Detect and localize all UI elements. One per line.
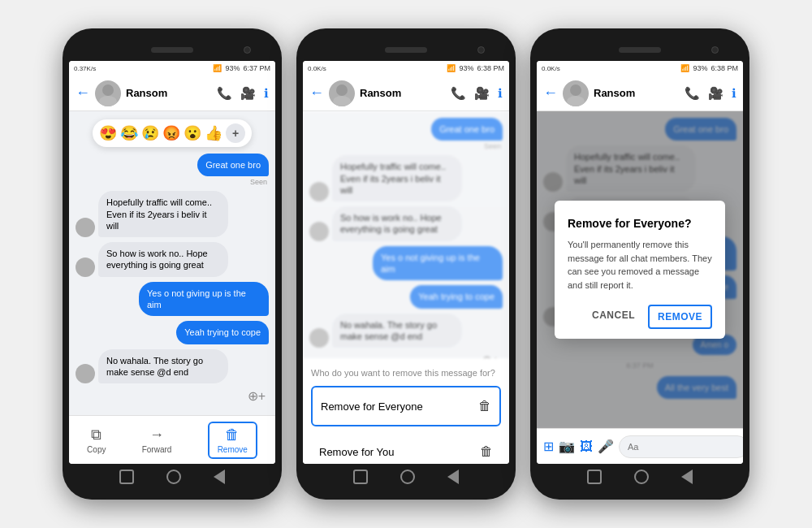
speed-2: 0.0K/s bbox=[308, 65, 326, 72]
phone-bottom-bar-1 bbox=[69, 464, 275, 490]
phone-screen-2: 0.0K/s 📶 93% 6:38 PM ← Ransom 📞 🎥 ℹ Grea… bbox=[303, 61, 509, 464]
emoji-laugh[interactable]: 😂 bbox=[120, 124, 138, 142]
trash-icon-action: 🗑 bbox=[225, 426, 240, 444]
contact-name-2: Ransom bbox=[360, 87, 446, 99]
dialog-title: Remove for Everyone? bbox=[568, 217, 712, 230]
thumb-avatar-2 bbox=[76, 258, 95, 277]
messenger-header-3: ← Ransom 📞 🎥 ℹ bbox=[537, 76, 743, 111]
svg-point-1 bbox=[99, 96, 117, 106]
mic-icon-input[interactable]: 🎤 bbox=[598, 439, 614, 454]
speaker-3 bbox=[619, 47, 661, 53]
phone-screen-1: 0.37K/s 📶 93% 6:37 PM ← Ransom 📞 🎥 ℹ 😍 😂 bbox=[69, 61, 275, 464]
nav-circle-1[interactable] bbox=[166, 470, 181, 484]
dialog-box: Remove for Everyone? You'll permanently … bbox=[555, 201, 725, 339]
svg-point-0 bbox=[102, 84, 114, 96]
dialog-cancel-button[interactable]: CANCEL bbox=[585, 305, 641, 329]
grid-icon[interactable]: ⊞ bbox=[543, 439, 554, 454]
info-icon-2[interactable]: ℹ bbox=[498, 86, 503, 101]
emoji-love[interactable]: 😍 bbox=[99, 124, 117, 142]
message-input[interactable] bbox=[619, 435, 743, 458]
nav-triangle-3[interactable] bbox=[681, 470, 693, 484]
input-bar-3: ⊞ 📷 🖼 🎤 😊 👍 bbox=[537, 428, 743, 464]
video-icon-3[interactable]: 🎥 bbox=[708, 86, 723, 101]
avatar-2 bbox=[329, 80, 355, 106]
nav-triangle-1[interactable] bbox=[214, 470, 225, 484]
back-arrow-1[interactable]: ← bbox=[76, 84, 90, 102]
thumb-avatar-3 bbox=[76, 364, 95, 383]
remove-label: Remove bbox=[218, 445, 248, 454]
speaker-2 bbox=[385, 47, 427, 53]
nav-square-2[interactable] bbox=[353, 470, 368, 484]
back-arrow-2[interactable]: ← bbox=[309, 84, 324, 102]
status-bar-2: 0.0K/s 📶 93% 6:38 PM bbox=[303, 61, 509, 76]
svg-point-5 bbox=[567, 96, 585, 106]
phone-3: 0.0K/s 📶 93% 6:38 PM ← Ransom 📞 🎥 ℹ Grea… bbox=[530, 28, 749, 500]
svg-point-4 bbox=[570, 84, 581, 96]
forward-action[interactable]: → Forward bbox=[142, 426, 172, 454]
plus-btn-1[interactable]: ⊕+ bbox=[76, 388, 269, 404]
info-icon-3[interactable]: ℹ bbox=[732, 86, 736, 101]
nav-square-3[interactable] bbox=[587, 470, 602, 484]
dialog-body: You'll permanently remove this message f… bbox=[568, 238, 712, 292]
header-icons-2: 📞 🎥 ℹ bbox=[451, 86, 503, 101]
forward-icon: → bbox=[149, 426, 164, 444]
phone-icon-3[interactable]: 📞 bbox=[685, 86, 700, 101]
contact-name-1: Ransom bbox=[126, 87, 212, 99]
back-arrow-3[interactable]: ← bbox=[543, 84, 558, 102]
reaction-row-1: 😍 😂 😢 😡 😮 👍 + bbox=[93, 119, 252, 147]
bubble-6: No wahala. The story go make sense @d en… bbox=[98, 349, 228, 384]
remove-you-option[interactable]: Remove for You 🗑 bbox=[311, 433, 501, 464]
remove-question: Who do you want to remove this message f… bbox=[311, 368, 501, 378]
bubble-5: Yeah trying to cope bbox=[176, 321, 269, 344]
speaker-1 bbox=[151, 47, 193, 53]
msg-row-4: Yes o not giving up is the aim bbox=[76, 282, 269, 317]
chat-area-1: 😍 😂 😢 😡 😮 👍 + Great one bro Seen Hopeful… bbox=[69, 111, 275, 415]
phone-top-bar-1 bbox=[69, 38, 275, 61]
nav-circle-2[interactable] bbox=[400, 470, 415, 484]
status-bar-1: 0.37K/s 📶 93% 6:37 PM bbox=[69, 61, 275, 76]
phone-icon-1[interactable]: 📞 bbox=[217, 86, 232, 101]
video-icon-2[interactable]: 🎥 bbox=[474, 86, 490, 101]
nav-triangle-2[interactable] bbox=[447, 470, 459, 484]
signal-1: 📶 bbox=[213, 64, 222, 72]
reaction-plus[interactable]: + bbox=[226, 123, 245, 143]
avatar-3 bbox=[563, 80, 589, 106]
copy-action[interactable]: ⧉ Copy bbox=[87, 426, 106, 454]
phone-top-bar-2 bbox=[303, 38, 509, 61]
phone-top-bar-3 bbox=[537, 38, 743, 61]
camera-2 bbox=[477, 46, 485, 54]
nav-square-1[interactable] bbox=[119, 470, 134, 484]
remove-everyone-option[interactable]: Remove for Everyone 🗑 bbox=[311, 386, 501, 426]
messenger-header-1: ← Ransom 📞 🎥 ℹ bbox=[69, 76, 275, 111]
dialog-actions: CANCEL REMOVE bbox=[568, 305, 712, 329]
contact-name-3: Ransom bbox=[594, 87, 680, 99]
emoji-sad[interactable]: 😢 bbox=[141, 124, 159, 142]
dialog-remove-button[interactable]: REMOVE bbox=[648, 305, 712, 329]
msg-row-5: Yeah trying to cope bbox=[76, 321, 269, 344]
seen-1: Seen bbox=[76, 178, 267, 186]
emoji-angry[interactable]: 😡 bbox=[162, 124, 180, 142]
camera-1 bbox=[244, 46, 251, 54]
bubble-1: Great one bro bbox=[197, 154, 269, 176]
remove-everyone-label: Remove for Everyone bbox=[321, 400, 423, 413]
info-icon-1[interactable]: ℹ bbox=[264, 86, 269, 101]
video-icon-1[interactable]: 🎥 bbox=[240, 86, 256, 101]
chat-area-container-3: Great one bro Hopefully traffic will com… bbox=[537, 111, 743, 428]
camera-icon-input[interactable]: 📷 bbox=[559, 439, 575, 454]
speed-1: 0.37K/s bbox=[74, 65, 96, 72]
seen-2: Seen bbox=[309, 142, 501, 150]
avatar-1 bbox=[95, 80, 121, 106]
phone-bottom-bar-3 bbox=[537, 464, 743, 490]
image-icon-input[interactable]: 🖼 bbox=[580, 439, 593, 454]
header-icons-3: 📞 🎥 ℹ bbox=[685, 86, 736, 101]
nav-circle-3[interactable] bbox=[634, 470, 649, 484]
forward-label: Forward bbox=[142, 445, 172, 454]
emoji-like[interactable]: 👍 bbox=[205, 124, 222, 142]
svg-point-2 bbox=[336, 84, 348, 96]
time-3: 6:38 PM bbox=[710, 64, 738, 72]
phone-icon-2[interactable]: 📞 bbox=[451, 86, 466, 101]
bubble-4: Yes o not giving up is the aim bbox=[139, 282, 269, 317]
remove-action[interactable]: 🗑 Remove bbox=[208, 422, 257, 459]
emoji-wow[interactable]: 😮 bbox=[184, 124, 201, 142]
msg-row-1: Great one bro bbox=[76, 154, 269, 176]
